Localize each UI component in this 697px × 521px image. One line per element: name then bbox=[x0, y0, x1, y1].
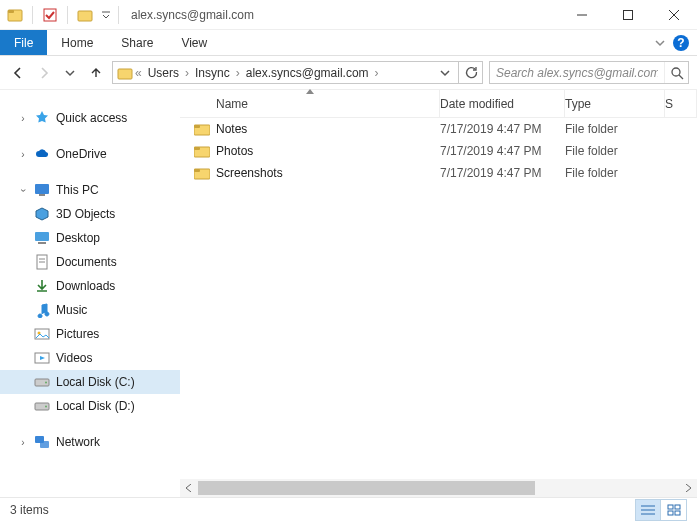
expand-icon[interactable]: › bbox=[18, 113, 28, 124]
scroll-left-icon[interactable] bbox=[180, 479, 198, 497]
column-type-label: Type bbox=[565, 97, 591, 111]
nav-documents[interactable]: Documents bbox=[0, 250, 180, 274]
folder-icon bbox=[194, 121, 210, 137]
nav-label: Desktop bbox=[56, 231, 100, 245]
svg-rect-14 bbox=[38, 242, 46, 244]
nav-label: Music bbox=[56, 303, 87, 317]
qat-dropdown-icon[interactable] bbox=[100, 4, 112, 26]
scroll-track[interactable] bbox=[198, 479, 679, 497]
breadcrumb-seg-insync[interactable]: Insync bbox=[191, 62, 234, 83]
collapse-icon[interactable]: › bbox=[18, 185, 29, 195]
nav-pictures[interactable]: Pictures bbox=[0, 322, 180, 346]
nav-label: OneDrive bbox=[56, 147, 107, 161]
pc-icon bbox=[34, 182, 50, 198]
column-name-label: Name bbox=[216, 97, 248, 111]
search-icon[interactable] bbox=[664, 62, 688, 83]
refresh-button[interactable] bbox=[459, 61, 483, 84]
scroll-thumb[interactable] bbox=[198, 481, 535, 495]
nav-label: Local Disk (C:) bbox=[56, 375, 135, 389]
location-folder-icon bbox=[117, 65, 133, 81]
nav-3d-objects[interactable]: 3D Objects bbox=[0, 202, 180, 226]
address-bar[interactable]: « Users › Insync › alex.syncs@gmail.com … bbox=[112, 61, 459, 84]
nav-label: Downloads bbox=[56, 279, 115, 293]
search-box[interactable] bbox=[489, 61, 689, 84]
svg-rect-39 bbox=[675, 511, 680, 515]
nav-local-disk-c[interactable]: Local Disk (C:) bbox=[0, 370, 180, 394]
file-list[interactable]: Notes7/17/2019 4:47 PMFile folderPhotos7… bbox=[180, 118, 697, 479]
column-size[interactable]: S bbox=[665, 90, 697, 117]
breadcrumb-seg-users[interactable]: Users bbox=[144, 62, 183, 83]
file-name: Photos bbox=[216, 144, 253, 158]
close-button[interactable] bbox=[651, 0, 697, 30]
view-details-button[interactable] bbox=[635, 499, 661, 521]
breadcrumb-separator-icon[interactable]: › bbox=[373, 66, 381, 80]
nav-label: Pictures bbox=[56, 327, 99, 341]
column-date[interactable]: Date modified bbox=[440, 90, 565, 117]
svg-point-22 bbox=[45, 382, 47, 384]
nav-this-pc[interactable]: › This PC bbox=[0, 178, 180, 202]
nav-label: Network bbox=[56, 435, 100, 449]
svg-rect-30 bbox=[194, 147, 200, 150]
svg-rect-36 bbox=[668, 505, 673, 509]
nav-desktop[interactable]: Desktop bbox=[0, 226, 180, 250]
column-type[interactable]: Type bbox=[565, 90, 665, 117]
disk-icon bbox=[34, 374, 50, 390]
table-row[interactable]: Photos7/17/2019 4:47 PMFile folder bbox=[180, 140, 697, 162]
qat-folder-icon[interactable] bbox=[74, 4, 96, 26]
column-headers[interactable]: Name Date modified Type S bbox=[180, 90, 697, 118]
ribbon-collapse-icon[interactable] bbox=[655, 38, 665, 48]
horizontal-scrollbar[interactable] bbox=[180, 479, 697, 497]
expand-icon[interactable]: › bbox=[18, 149, 28, 160]
minimize-button[interactable] bbox=[559, 0, 605, 30]
svg-rect-37 bbox=[675, 505, 680, 509]
nav-music[interactable]: Music bbox=[0, 298, 180, 322]
cloud-icon bbox=[34, 146, 50, 162]
nav-onedrive[interactable]: › OneDrive bbox=[0, 142, 180, 166]
download-icon bbox=[34, 278, 50, 294]
back-button[interactable] bbox=[8, 63, 28, 83]
file-date: 7/17/2019 4:47 PM bbox=[440, 122, 565, 136]
svg-point-9 bbox=[672, 68, 680, 76]
help-icon[interactable]: ? bbox=[673, 35, 689, 51]
svg-rect-11 bbox=[35, 184, 49, 194]
svg-rect-1 bbox=[8, 10, 14, 13]
scroll-right-icon[interactable] bbox=[679, 479, 697, 497]
file-type: File folder bbox=[565, 122, 665, 136]
svg-rect-32 bbox=[194, 169, 200, 172]
recent-locations-icon[interactable] bbox=[60, 63, 80, 83]
nav-videos[interactable]: Videos bbox=[0, 346, 180, 370]
qat-properties-icon[interactable] bbox=[39, 4, 61, 26]
separator bbox=[67, 6, 68, 24]
tab-home[interactable]: Home bbox=[47, 30, 107, 55]
nav-label: 3D Objects bbox=[56, 207, 115, 221]
svg-rect-26 bbox=[40, 441, 49, 448]
search-input[interactable] bbox=[490, 66, 664, 80]
address-history-icon[interactable] bbox=[436, 68, 454, 78]
separator bbox=[32, 6, 33, 24]
breadcrumb-overflow-icon[interactable]: « bbox=[133, 66, 144, 80]
svg-rect-28 bbox=[194, 125, 200, 128]
tab-share[interactable]: Share bbox=[107, 30, 167, 55]
expand-icon[interactable]: › bbox=[18, 437, 28, 448]
nav-local-disk-d[interactable]: Local Disk (D:) bbox=[0, 394, 180, 418]
view-large-icons-button[interactable] bbox=[661, 499, 687, 521]
svg-rect-8 bbox=[118, 69, 132, 79]
nav-network[interactable]: › Network bbox=[0, 430, 180, 454]
nav-quick-access[interactable]: › Quick access bbox=[0, 106, 180, 130]
forward-button[interactable] bbox=[34, 63, 54, 83]
tab-view[interactable]: View bbox=[167, 30, 221, 55]
star-icon bbox=[34, 110, 50, 126]
breadcrumb-separator-icon[interactable]: › bbox=[234, 66, 242, 80]
nav-downloads[interactable]: Downloads bbox=[0, 274, 180, 298]
tab-file[interactable]: File bbox=[0, 30, 47, 55]
maximize-button[interactable] bbox=[605, 0, 651, 30]
table-row[interactable]: Notes7/17/2019 4:47 PMFile folder bbox=[180, 118, 697, 140]
breadcrumb-seg-current[interactable]: alex.syncs@gmail.com bbox=[242, 62, 373, 83]
breadcrumb-separator-icon[interactable]: › bbox=[183, 66, 191, 80]
file-date: 7/17/2019 4:47 PM bbox=[440, 144, 565, 158]
disk-icon bbox=[34, 398, 50, 414]
up-button[interactable] bbox=[86, 63, 106, 83]
table-row[interactable]: Screenshots7/17/2019 4:47 PMFile folder bbox=[180, 162, 697, 184]
navigation-pane[interactable]: › Quick access › OneDrive › This PC 3D O… bbox=[0, 90, 180, 497]
column-name[interactable]: Name bbox=[180, 90, 440, 117]
